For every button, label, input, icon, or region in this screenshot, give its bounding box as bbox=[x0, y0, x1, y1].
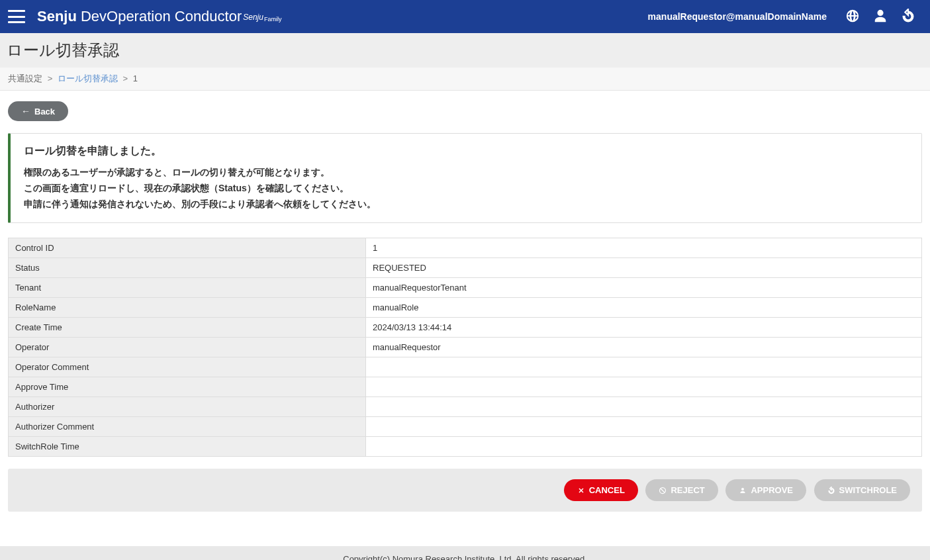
field-label: Operator Comment bbox=[9, 357, 366, 377]
field-value: manualRequestorTenant bbox=[366, 278, 922, 298]
switchrole-button: SWITCHROLE bbox=[814, 479, 910, 501]
brand-senju: Senju bbox=[37, 8, 77, 25]
field-value bbox=[366, 437, 922, 457]
user-icon[interactable] bbox=[873, 9, 888, 25]
footer: Copyright(c) Nomura Research Institute, … bbox=[0, 546, 930, 560]
breadcrumb-root: 共通設定 bbox=[8, 73, 42, 83]
ban-icon bbox=[659, 487, 667, 494]
globe-icon[interactable] bbox=[845, 9, 860, 25]
brand-rest: DevOperation Conductor bbox=[81, 8, 242, 25]
field-label: Authorizer Comment bbox=[9, 417, 366, 437]
table-row: TenantmanualRequestorTenant bbox=[9, 278, 922, 298]
field-label: Approve Time bbox=[9, 377, 366, 397]
table-row: OperatormanualRequestor bbox=[9, 338, 922, 357]
breadcrumb-sep: > bbox=[48, 73, 53, 83]
field-label: Authorizer bbox=[9, 397, 366, 417]
breadcrumb: 共通設定 > ロール切替承認 > 1 bbox=[0, 68, 930, 91]
field-value: 2024/03/13 13:44:14 bbox=[366, 318, 922, 338]
detail-table: Control ID1 StatusREQUESTED Tenantmanual… bbox=[8, 238, 922, 457]
page-title-bar: ロール切替承認 bbox=[0, 33, 930, 68]
field-label: RoleName bbox=[9, 298, 366, 318]
table-row: Control ID1 bbox=[9, 238, 922, 258]
user-icon bbox=[739, 487, 747, 494]
field-value: manualRequestor bbox=[366, 338, 922, 357]
field-value bbox=[366, 377, 922, 397]
approve-label: APPROVE bbox=[751, 485, 793, 495]
back-button[interactable]: ← Back bbox=[8, 101, 68, 121]
field-value bbox=[366, 357, 922, 377]
copyright: Copyright(c) Nomura Research Institute, … bbox=[343, 554, 586, 560]
notice-line: 権限のあるユーザーが承認すると、ロールの切り替えが可能となります。 bbox=[24, 165, 908, 181]
app-header: Senju DevOperation Conductor Senju Famil… bbox=[0, 0, 930, 33]
field-label: Status bbox=[9, 258, 366, 278]
reload-icon[interactable] bbox=[901, 9, 915, 25]
field-value: REQUESTED bbox=[366, 258, 922, 278]
refresh-icon bbox=[827, 487, 835, 494]
cancel-button[interactable]: CANCEL bbox=[564, 479, 638, 501]
menu-icon[interactable] bbox=[8, 10, 25, 23]
table-row: RoleNamemanualRole bbox=[9, 298, 922, 318]
page-title: ロール切替承認 bbox=[7, 40, 921, 61]
field-value bbox=[366, 417, 922, 437]
reject-button: REJECT bbox=[645, 479, 718, 501]
cancel-label: CANCEL bbox=[589, 485, 625, 495]
brand-small: Senju bbox=[243, 13, 263, 22]
table-row: SwitchRole Time bbox=[9, 437, 922, 457]
back-label: Back bbox=[34, 107, 55, 117]
field-value bbox=[366, 397, 922, 417]
field-value: 1 bbox=[366, 238, 922, 258]
field-label: Create Time bbox=[9, 318, 366, 338]
breadcrumb-link[interactable]: ロール切替承認 bbox=[58, 73, 118, 83]
notice-box: ロール切替を申請しました。 権限のあるユーザーが承認すると、ロールの切り替えが可… bbox=[8, 133, 922, 223]
approve-button: APPROVE bbox=[725, 479, 806, 501]
action-bar: CANCEL REJECT APPROVE SWITCHROLE bbox=[8, 469, 922, 512]
main-content: ← Back ロール切替を申請しました。 権限のあるユーザーが承認すると、ロール… bbox=[0, 91, 930, 522]
field-label: Control ID bbox=[9, 238, 366, 258]
breadcrumb-sep: > bbox=[122, 73, 128, 83]
notice-title: ロール切替を申請しました。 bbox=[24, 144, 908, 158]
table-row: Approve Time bbox=[9, 377, 922, 397]
breadcrumb-current: 1 bbox=[133, 73, 138, 83]
field-value: manualRole bbox=[366, 298, 922, 318]
brand-family: Family bbox=[264, 16, 282, 23]
table-row: StatusREQUESTED bbox=[9, 258, 922, 278]
notice-line: この画面を適宜リロードし、現在の承認状態（Status）を確認してください。 bbox=[24, 181, 908, 197]
x-icon bbox=[577, 487, 585, 494]
field-label: SwitchRole Time bbox=[9, 437, 366, 457]
table-row: Operator Comment bbox=[9, 357, 922, 377]
app-logo: Senju DevOperation Conductor Senju Famil… bbox=[37, 8, 281, 25]
reject-label: REJECT bbox=[671, 485, 704, 495]
svg-line-1 bbox=[661, 489, 665, 492]
arrow-left-icon: ← bbox=[21, 106, 30, 117]
current-user: manualRequestor@manualDomainName bbox=[648, 11, 827, 22]
notice-line: 申請に伴う通知は発信されないため、別の手段により承認者へ依頼をしてください。 bbox=[24, 197, 908, 212]
switchrole-label: SWITCHROLE bbox=[839, 485, 897, 495]
field-label: Tenant bbox=[9, 278, 366, 298]
table-row: Create Time2024/03/13 13:44:14 bbox=[9, 318, 922, 338]
field-label: Operator bbox=[9, 338, 366, 357]
table-row: Authorizer Comment bbox=[9, 417, 922, 437]
table-row: Authorizer bbox=[9, 397, 922, 417]
